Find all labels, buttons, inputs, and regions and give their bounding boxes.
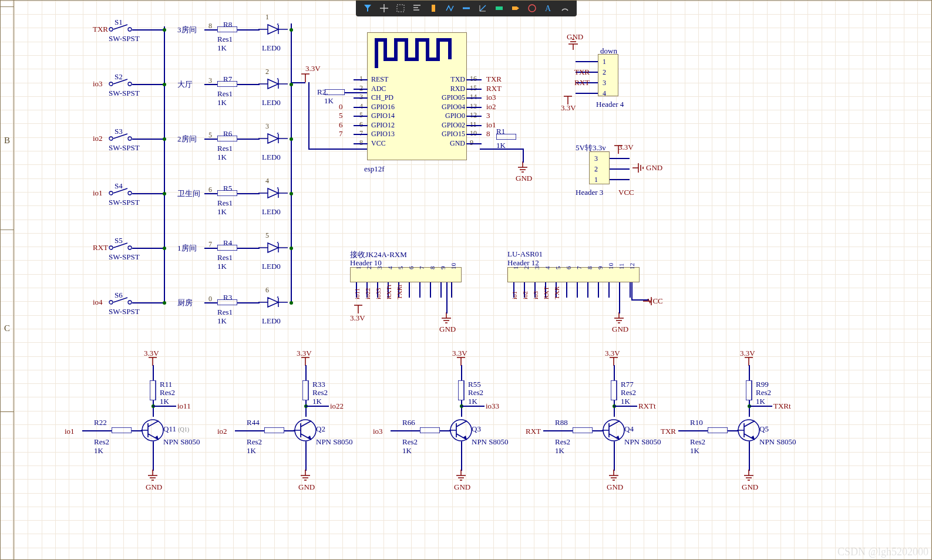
wire xyxy=(204,248,217,249)
component-label: 1K xyxy=(555,446,564,456)
component-resistor[interactable] xyxy=(264,427,284,433)
wire xyxy=(461,365,462,380)
wire xyxy=(354,79,368,80)
component-npn[interactable] xyxy=(602,419,627,443)
wire xyxy=(610,168,630,170)
component-npn[interactable] xyxy=(737,419,762,443)
wire xyxy=(466,116,482,117)
component-label: Q5 xyxy=(759,424,769,434)
wire xyxy=(237,248,260,249)
component-led[interactable] xyxy=(258,78,291,92)
component-led[interactable] xyxy=(258,242,291,256)
component-header3[interactable] xyxy=(589,151,610,184)
wire xyxy=(451,282,452,298)
net-label: 3.3V xyxy=(452,349,467,358)
net-label: GND xyxy=(612,325,628,334)
wire xyxy=(354,107,368,108)
component-switch[interactable] xyxy=(109,133,133,142)
gnd-icon xyxy=(608,470,620,483)
component-label: NPN S8050 xyxy=(759,437,796,447)
component-led[interactable] xyxy=(258,133,291,147)
component-switch[interactable] xyxy=(109,296,133,306)
wire xyxy=(354,134,368,135)
component-label: 1K xyxy=(402,446,412,456)
mcu-pinname: GPIO13 xyxy=(371,130,395,139)
junction xyxy=(163,247,166,250)
component-npn[interactable] xyxy=(294,419,318,443)
wire xyxy=(466,89,482,90)
component-label: down xyxy=(600,46,617,56)
component-label: SW-SPST xyxy=(109,252,140,262)
wire xyxy=(305,406,329,407)
wire xyxy=(308,149,367,150)
header-pin: 3 xyxy=(376,266,383,270)
wire xyxy=(466,107,482,108)
net-label: GND xyxy=(646,163,662,173)
wire xyxy=(132,139,165,140)
header-pin: 5 xyxy=(397,266,404,270)
net-label: VCC xyxy=(647,296,663,306)
net-label: 8 xyxy=(486,129,490,139)
wire xyxy=(587,282,588,298)
component-label: 1K xyxy=(94,446,103,456)
component-label: 1K xyxy=(247,446,256,456)
wire xyxy=(237,193,260,194)
header-pin: 8 xyxy=(586,266,593,270)
component-resistor[interactable] xyxy=(458,380,465,400)
header-pin: 4 xyxy=(544,266,551,270)
net-label: GND xyxy=(567,32,583,42)
component-resistor[interactable] xyxy=(302,380,309,400)
net-label: RXT xyxy=(526,427,541,436)
component-resistor[interactable] xyxy=(112,427,132,433)
wire xyxy=(461,400,462,417)
component-led[interactable] xyxy=(258,23,291,38)
component-npn[interactable] xyxy=(449,419,474,443)
component-resistor[interactable] xyxy=(420,427,440,433)
component-label: LED0 xyxy=(262,43,281,53)
header-pin: 1 xyxy=(594,176,598,184)
wire xyxy=(419,282,420,298)
wire xyxy=(466,134,482,135)
component-resistor[interactable] xyxy=(150,380,157,400)
wire xyxy=(577,282,578,298)
pin-number: 4 xyxy=(265,177,269,185)
wire xyxy=(153,406,176,407)
wire xyxy=(466,125,482,126)
component-switch[interactable] xyxy=(109,242,133,251)
component-switch[interactable] xyxy=(109,187,133,197)
mcu-pinname: GPIO05 xyxy=(430,93,465,102)
header-pin: 2 xyxy=(603,68,606,77)
net-label: RXT xyxy=(574,78,590,87)
net-label: io2 xyxy=(93,134,103,143)
component-npn[interactable] xyxy=(141,419,166,443)
component-led[interactable] xyxy=(258,187,291,201)
net-label: GND xyxy=(607,483,623,492)
component-header4[interactable] xyxy=(598,54,618,96)
wire xyxy=(235,430,264,431)
junction xyxy=(163,28,166,32)
component-switch[interactable] xyxy=(109,78,133,87)
net-label: TXR xyxy=(93,25,108,34)
component-led[interactable] xyxy=(258,296,291,311)
net-label: 3.3V xyxy=(297,349,312,358)
component-switch[interactable] xyxy=(109,23,133,33)
header-pin: 10 xyxy=(607,263,614,269)
wire xyxy=(204,84,217,85)
wire xyxy=(608,282,610,298)
component-resistor[interactable] xyxy=(573,427,593,433)
wire xyxy=(237,302,260,303)
component-resistor[interactable] xyxy=(708,427,728,433)
room-label: 厨房 xyxy=(177,298,193,308)
wire xyxy=(284,430,295,431)
component-label: LED0 xyxy=(262,207,281,217)
gnd-icon xyxy=(300,470,311,483)
net-label: GND xyxy=(516,174,532,183)
wire xyxy=(619,282,620,313)
component-resistor[interactable] xyxy=(611,380,618,400)
component-resistor[interactable] xyxy=(746,380,753,400)
component-label: R7 xyxy=(223,75,232,84)
component-label: R10 xyxy=(690,418,703,427)
mcu-pinname: VCC xyxy=(371,139,386,148)
wire xyxy=(153,365,154,380)
header-pin: 2 xyxy=(365,266,372,270)
